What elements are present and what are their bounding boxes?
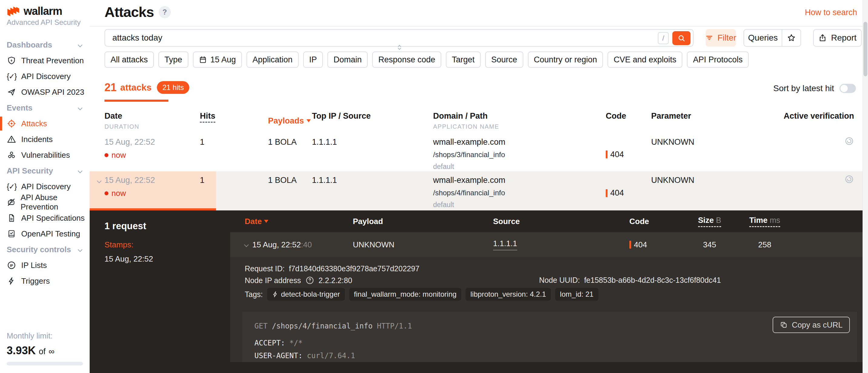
http-protocol: HTTP/1.1 xyxy=(377,322,412,330)
col-domain-path[interactable]: Domain / Path xyxy=(433,112,606,121)
queries-dropdown[interactable]: Queries xyxy=(744,29,782,46)
col-payload[interactable]: Payload xyxy=(353,217,493,226)
sidebar-item-incidents[interactable]: Incidents xyxy=(0,131,90,147)
sidebar-item-vulnerabilities[interactable]: Vulnerabilities xyxy=(0,147,90,163)
col-code[interactable]: Code xyxy=(629,217,683,226)
chip-application[interactable]: Application xyxy=(247,52,299,68)
request-size: 345 xyxy=(703,240,716,249)
chip-date[interactable]: 15 Aug xyxy=(193,52,242,68)
monthly-limit: Monthly limit: 3.93K of ∞ xyxy=(7,331,83,366)
sidebar-section-events[interactable]: Events xyxy=(0,100,90,116)
filter-icon xyxy=(705,34,713,42)
question-circle-icon[interactable] xyxy=(305,276,314,285)
shield-bolt-icon xyxy=(7,56,17,65)
attack-hits: 1 xyxy=(200,133,268,172)
sidebar-item-api-discovery[interactable]: {✓} API Discovery xyxy=(0,68,90,84)
col-payloads[interactable]: Payloads xyxy=(268,112,312,130)
request-code: 404 xyxy=(634,240,647,249)
col-application-name: APPLICATION NAME xyxy=(433,123,606,130)
how-to-search-link[interactable]: How to search xyxy=(805,8,857,17)
filter-button[interactable]: Filter xyxy=(706,29,736,46)
col-date[interactable]: Date xyxy=(245,217,353,226)
col-time[interactable]: Time ms xyxy=(749,216,780,227)
tag-lom-id[interactable]: lom_id: 21 xyxy=(555,288,598,301)
attack-top-ip[interactable]: 1.1.1.1 xyxy=(312,172,433,210)
col-parameter[interactable]: Parameter xyxy=(651,112,757,130)
col-code[interactable]: Code xyxy=(606,112,651,130)
sidebar-item-api-specifications[interactable]: API Specifications xyxy=(0,210,90,226)
chevron-down-icon xyxy=(78,247,83,252)
sidebar-item-openapi-testing[interactable]: OpenAPI Testing xyxy=(0,226,90,242)
help-icon[interactable]: ? xyxy=(159,6,171,18)
chip-domain[interactable]: Domain xyxy=(328,52,368,68)
scrollbar-track[interactable] xyxy=(863,0,868,373)
attack-path: /shops/3/financial_info xyxy=(433,151,606,159)
attack-row-1[interactable]: 15 Aug, 22:52 now 1 1 BOLA 1.1.1.1 wmall… xyxy=(90,133,868,172)
sidebar-item-attacks[interactable]: Attacks xyxy=(0,116,90,131)
braces-icon: {✓} xyxy=(7,182,17,191)
sidebar-item-api-discovery-2[interactable]: {✓} API Discovery xyxy=(0,179,90,194)
lightning-icon xyxy=(272,291,279,298)
chip-source[interactable]: Source xyxy=(485,52,523,68)
sidebar-section-security-controls[interactable]: Security controls xyxy=(0,242,90,257)
filter-chips-row: All attacks Type 15 Aug Application IP D… xyxy=(104,52,749,68)
attack-application: default xyxy=(433,163,606,171)
attack-payloads: 1 BOLA xyxy=(268,133,312,172)
tag-libproton-version[interactable]: libproton_version: 4.2.1 xyxy=(465,288,551,301)
search-input[interactable] xyxy=(105,30,693,46)
attack-row-2-expanded[interactable]: 15 Aug, 22:52 now 1 1 BOLA 1.1.1.1 wmall… xyxy=(90,172,868,210)
sidebar-item-threat-prevention[interactable]: Threat Prevention xyxy=(0,53,90,68)
request-source[interactable]: 1.1.1.1 xyxy=(493,239,517,250)
sidebar-item-triggers[interactable]: Triggers xyxy=(0,273,90,289)
request-date: 15 Aug, 22:52 xyxy=(252,240,301,249)
sidebar-tagline: Advanced API Security xyxy=(7,18,81,27)
monthly-limit-label: Monthly limit: xyxy=(7,331,83,341)
monthly-limit-value: 3.93K xyxy=(7,344,36,357)
svg-text:IP: IP xyxy=(10,264,13,267)
request-row[interactable]: 15 Aug, 22:52:40 UNKNOWN 1.1.1.1 404 345… xyxy=(230,232,868,257)
col-top-ip[interactable]: Top IP / Source xyxy=(312,112,433,130)
chip-response-code[interactable]: Response code xyxy=(372,52,441,68)
tags-line: Tags: detect-bola-trigger final_wallarm_… xyxy=(245,288,598,301)
tag-detect-bola-trigger[interactable]: detect-bola-trigger xyxy=(267,288,345,301)
col-size[interactable]: Size B xyxy=(698,216,721,227)
sidebar-section-api-security[interactable]: API Security xyxy=(0,163,90,179)
book-check-icon xyxy=(7,229,17,239)
request-time: 258 xyxy=(758,240,771,249)
active-verification-icon xyxy=(844,172,854,210)
attack-parameter: UNKNOWN xyxy=(651,172,757,210)
attack-when: now xyxy=(112,189,126,198)
sidebar-item-api-abuse-prevention[interactable]: API Abuse Prevention xyxy=(0,194,90,210)
sidebar: wallarm Advanced API Security Dashboards… xyxy=(0,0,90,373)
chip-cve[interactable]: CVE and exploits xyxy=(608,52,682,68)
sidebar-item-ip-lists[interactable]: IP IP Lists xyxy=(0,257,90,273)
search-resize-handle[interactable] xyxy=(395,45,404,50)
col-duration: DURATION xyxy=(104,123,200,130)
attack-code: 404 xyxy=(610,150,624,159)
scrollbar-thumb[interactable] xyxy=(864,22,867,76)
chip-api-protocols[interactable]: API Protocols xyxy=(687,52,749,68)
chip-all-attacks[interactable]: All attacks xyxy=(104,52,154,68)
tag-final-wallarm-mode[interactable]: final_wallarm_mode: monitoring xyxy=(349,288,462,301)
favorite-queries-button[interactable] xyxy=(782,29,801,46)
chevron-down-icon[interactable] xyxy=(244,242,249,247)
sort-toggle[interactable] xyxy=(840,84,856,93)
chip-ip[interactable]: IP xyxy=(303,52,323,68)
search-icon xyxy=(677,34,686,42)
request-table: Date Payload Source Code Size B Time ms … xyxy=(230,210,868,373)
chip-target[interactable]: Target xyxy=(446,52,480,68)
col-date[interactable]: Date xyxy=(104,112,200,121)
paper-plane-icon xyxy=(7,87,17,97)
chip-type[interactable]: Type xyxy=(158,52,188,68)
copy-as-curl-button[interactable]: Copy as cURL xyxy=(773,317,850,333)
sidebar-section-dashboards[interactable]: Dashboards xyxy=(0,37,90,53)
col-source[interactable]: Source xyxy=(493,217,629,226)
sidebar-item-owasp-api-2023[interactable]: OWASP API 2023 xyxy=(0,84,90,100)
wallarm-logo[interactable]: wallarm xyxy=(7,5,62,18)
search-button[interactable] xyxy=(672,31,690,45)
col-hits[interactable]: Hits xyxy=(200,112,215,123)
chip-country[interactable]: Country or region xyxy=(528,52,603,68)
report-button[interactable]: Report xyxy=(813,29,862,46)
attack-top-ip[interactable]: 1.1.1.1 xyxy=(312,133,433,172)
col-active-verification: Active verification xyxy=(783,112,854,130)
